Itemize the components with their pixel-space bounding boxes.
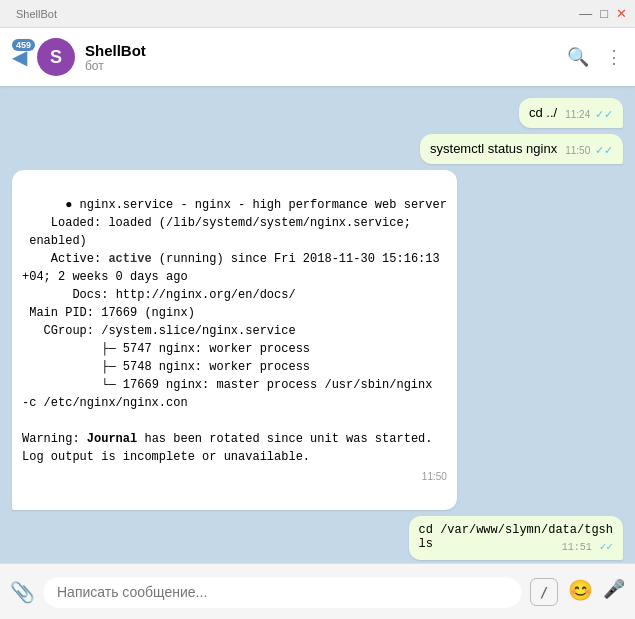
- input-actions: / 😊 🎤: [530, 578, 625, 606]
- attach-button[interactable]: 📎: [10, 580, 35, 604]
- header-actions: 🔍 ⋮: [567, 46, 623, 68]
- menu-icon[interactable]: ⋮: [605, 46, 623, 68]
- window-top-bar: ShellBot — □ ✕: [0, 0, 635, 28]
- read-check: ✓✓: [595, 108, 613, 120]
- minimize-button[interactable]: —: [579, 6, 592, 21]
- message-time: 11:50: [422, 469, 447, 484]
- back-button[interactable]: ◀ 459: [12, 45, 27, 69]
- message-text: systemctl status nginx: [430, 141, 557, 156]
- chat-subtitle: бот: [85, 59, 557, 73]
- message-row: cd /var/www/slymn/data/tgshls 11:51 ✓✓: [12, 516, 623, 560]
- avatar: S: [37, 38, 75, 76]
- message-row: ● nginx.service - nginx - high performan…: [12, 170, 623, 510]
- maximize-button[interactable]: □: [600, 6, 608, 21]
- search-icon[interactable]: 🔍: [567, 46, 589, 68]
- message-row: systemctl status nginx 11:50 ✓✓: [12, 134, 623, 164]
- window-title: ShellBot: [8, 8, 57, 20]
- read-check: ✓✓: [600, 541, 613, 553]
- outgoing-message: cd /var/www/slymn/data/tgshls 11:51 ✓✓: [409, 516, 623, 560]
- read-check: ✓✓: [595, 144, 613, 156]
- message-text: cd ../: [529, 105, 557, 120]
- message-text: ● nginx.service - nginx - high performan…: [22, 198, 447, 464]
- mic-button[interactable]: 🎤: [603, 578, 625, 606]
- chat-header: ◀ 459 S ShellBot бот 🔍 ⋮: [0, 28, 635, 86]
- outgoing-message: cd ../ 11:24 ✓✓: [519, 98, 623, 128]
- unread-badge: 459: [12, 39, 35, 51]
- message-time: 11:51 ✓✓: [562, 540, 613, 553]
- chat-info: ShellBot бот: [85, 42, 557, 73]
- emoji-button[interactable]: 😊: [568, 578, 593, 606]
- message-input[interactable]: [43, 576, 522, 608]
- incoming-message: ● nginx.service - nginx - high performan…: [12, 170, 457, 510]
- close-button[interactable]: ✕: [616, 6, 627, 21]
- input-bar: 📎 / 😊 🎤: [0, 563, 635, 619]
- chat-name: ShellBot: [85, 42, 557, 59]
- message-time: 11:24 ✓✓: [565, 108, 613, 121]
- slash-button[interactable]: /: [530, 578, 558, 606]
- outgoing-message: systemctl status nginx 11:50 ✓✓: [420, 134, 623, 164]
- messages-area: cd ../ 11:24 ✓✓ systemctl status nginx 1…: [0, 86, 635, 563]
- message-time: 11:50 ✓✓: [565, 144, 613, 157]
- message-row: cd ../ 11:24 ✓✓: [12, 98, 623, 128]
